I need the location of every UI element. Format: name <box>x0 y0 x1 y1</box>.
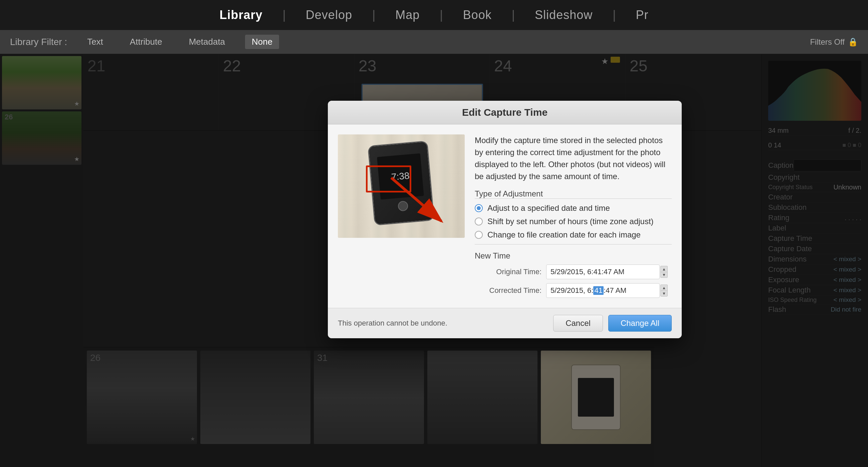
nav-develop[interactable]: Develop <box>306 8 352 22</box>
corrected-time-highlight: 41 <box>593 286 603 295</box>
filter-bar: Library Filter : Text Attribute Metadata… <box>0 30 868 54</box>
new-time-section: New Time Original Time: 5/29/2015, 6:41:… <box>475 251 672 298</box>
dialog-photo-side: 7:38 <box>338 134 465 298</box>
original-time-row: Original Time: 5/29/2015, 6:41:47 AM ▲ ▼ <box>475 265 672 279</box>
nav-sep-2: | <box>372 8 375 22</box>
main-area: ★ 26 ★ 21 22 23 24 <box>0 54 868 467</box>
radio-option-1[interactable]: Adjust to a specified date and time <box>475 203 672 213</box>
filters-off-label: Filters Off <box>810 37 845 47</box>
stepper-down-original[interactable]: ▼ <box>660 272 668 278</box>
new-time-title: New Time <box>475 251 672 261</box>
corrected-time-label: Corrected Time: <box>475 286 541 295</box>
nav-sep-4: | <box>512 8 515 22</box>
top-nav: Library | Develop | Map | Book | Slidesh… <box>0 0 868 30</box>
change-all-button[interactable]: Change All <box>608 315 672 332</box>
lock-icon: 🔒 <box>848 37 858 47</box>
radio-label-3: Change to file creation date for each im… <box>488 230 641 239</box>
nav-print[interactable]: Pr <box>636 8 649 22</box>
nav-sep-3: | <box>440 8 443 22</box>
nav-book[interactable]: Book <box>463 8 492 22</box>
original-time-input[interactable]: 5/29/2015, 6:41:47 AM <box>546 265 660 279</box>
nav-sep-5: | <box>613 8 616 22</box>
dialog-title: Edit Capture Time <box>462 107 548 118</box>
phone-home-button <box>398 201 409 212</box>
nav-library[interactable]: Library <box>219 8 262 22</box>
nav-sep-1: | <box>282 8 285 22</box>
radio-circle-3[interactable] <box>475 231 483 239</box>
dialog-description: Modify the capture time stored in the se… <box>475 134 672 182</box>
corrected-time-post: :47 AM <box>603 286 626 295</box>
radio-circle-2[interactable] <box>475 218 483 226</box>
radio-option-3[interactable]: Change to file creation date for each im… <box>475 230 672 239</box>
type-of-adjustment-title: Type of Adjustment <box>475 189 672 198</box>
corrected-time-pre: 5/29/2015, 6: <box>551 286 593 295</box>
red-box-annotation <box>366 165 412 193</box>
corrected-time-stepper[interactable]: ▲ ▼ <box>660 285 668 297</box>
dialog-buttons: Cancel Change All <box>553 315 672 332</box>
radio-group: Adjust to a specified date and time Shif… <box>475 198 672 244</box>
corrected-time-input[interactable]: 5/29/2015, 6:41:47 AM <box>546 283 660 298</box>
filter-bar-label: Library Filter : <box>10 37 67 47</box>
filter-metadata-btn[interactable]: Metadata <box>182 35 232 49</box>
radio-option-2[interactable]: Shift by set number of hours (time zone … <box>475 217 672 226</box>
nav-slideshow[interactable]: Slideshow <box>535 8 593 22</box>
stepper-down-corrected[interactable]: ▼ <box>660 291 668 297</box>
corrected-time-input-container: 5/29/2015, 6:41:47 AM ▲ ▼ <box>546 283 668 298</box>
filter-attribute-btn[interactable]: Attribute <box>123 35 169 49</box>
dialog-title-bar: Edit Capture Time <box>328 101 682 125</box>
original-time-input-container: 5/29/2015, 6:41:47 AM ▲ ▼ <box>546 265 668 279</box>
cancel-button[interactable]: Cancel <box>553 315 603 332</box>
filter-text-btn[interactable]: Text <box>81 35 110 49</box>
stepper-up-corrected[interactable]: ▲ <box>660 285 668 291</box>
radio-label-2: Shift by set number of hours (time zone … <box>488 217 654 226</box>
filters-off-indicator: Filters Off 🔒 <box>810 37 858 47</box>
original-time-stepper[interactable]: ▲ ▼ <box>660 266 668 278</box>
radio-circle-1[interactable] <box>475 204 483 212</box>
type-of-adjustment-section: Type of Adjustment Adjust to a specified… <box>475 189 672 244</box>
filter-none-btn[interactable]: None <box>245 35 279 49</box>
radio-label-1: Adjust to a specified date and time <box>488 203 610 213</box>
dialog-photo-preview: 7:38 <box>338 134 465 238</box>
edit-capture-time-dialog: Edit Capture Time 7:38 <box>328 101 682 338</box>
dialog-right-side: Modify the capture time stored in the se… <box>475 134 672 298</box>
dialog-body: 7:38 <box>328 125 682 308</box>
corrected-time-row: Corrected Time: 5/29/2015, 6:41:47 AM ▲ … <box>475 283 672 298</box>
nav-map[interactable]: Map <box>395 8 420 22</box>
original-time-label: Original Time: <box>475 268 541 276</box>
undone-notice: This operation cannot be undone. <box>338 319 447 328</box>
stepper-up-original[interactable]: ▲ <box>660 266 668 272</box>
dialog-footer: This operation cannot be undone. Cancel … <box>328 308 682 338</box>
original-time-value: 5/29/2015, 6:41:47 AM <box>551 268 624 276</box>
